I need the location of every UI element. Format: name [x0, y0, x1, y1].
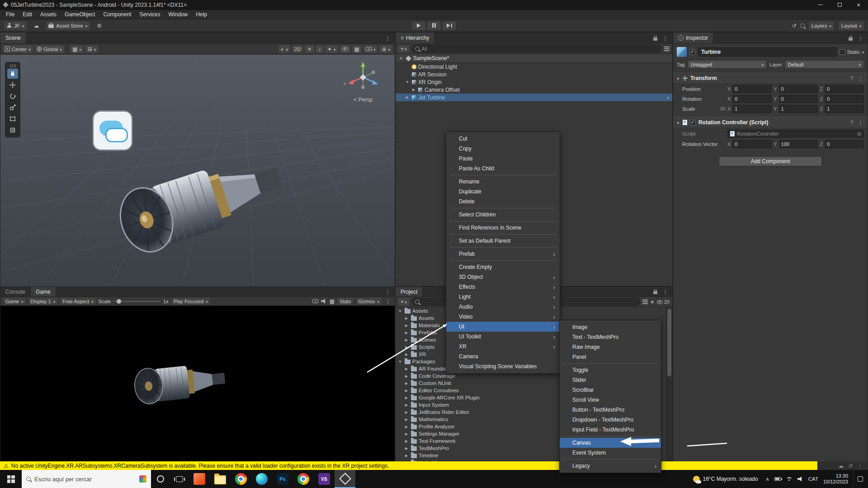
ui-submenu-item-input-field-textmeshpro[interactable]: Input Field - TextMeshPro [560, 425, 661, 435]
task-view-button[interactable] [170, 470, 189, 488]
lock-icon[interactable] [653, 291, 657, 294]
menu-component[interactable]: Component [99, 10, 135, 19]
settings-button[interactable]: ⚙ [94, 21, 105, 31]
context-menu-item-3d-object[interactable]: 3D Object› [446, 272, 560, 282]
play-focused-dropdown[interactable]: Play Focused [171, 298, 210, 305]
vsync-icon[interactable]: ▦ [330, 299, 335, 304]
rotation-vector-y-field[interactable]: 100 [779, 140, 818, 148]
ui-submenu-item-slider[interactable]: Slider [560, 375, 661, 385]
clock[interactable]: 13:30 10/12/2023 [823, 473, 848, 485]
context-menu-item-cut[interactable]: Cut [446, 134, 560, 144]
stats-button[interactable]: Stats [337, 298, 353, 305]
add-component-button[interactable]: Add Component [719, 156, 822, 166]
maximize-button[interactable] [830, 0, 849, 9]
camera-settings-dropdown[interactable] [363, 45, 378, 53]
context-menu-item-video[interactable]: Video› [446, 312, 560, 322]
taskbar-app-chrome-2[interactable] [293, 470, 314, 488]
scale-tool-button[interactable] [7, 103, 18, 113]
ui-submenu-item-dropdown-textmeshpro[interactable]: Dropdown - TextMeshPro [560, 415, 661, 425]
overlay-drag-handle[interactable] [9, 64, 16, 67]
help-icon[interactable] [850, 75, 853, 81]
scale-z-field[interactable]: 1 [825, 105, 864, 113]
game-mode-dropdown[interactable]: Game [3, 298, 26, 305]
panel-menu-icon[interactable]: ⋮ [857, 35, 864, 42]
gizmos-dropdown[interactable]: ⊕ [379, 45, 392, 53]
ui-submenu-item-legacy[interactable]: Legacy› [560, 461, 661, 471]
tab-game[interactable]: Game [31, 287, 56, 296]
rotation-z-field[interactable]: 0 [825, 95, 864, 103]
taskbar-search[interactable]: Escriu aquí per cercar [22, 470, 151, 488]
taskbar-app-visual-studio[interactable] [314, 470, 335, 488]
foldout-arrow-icon[interactable] [676, 75, 680, 81]
transform-header[interactable]: Transform ⋮ [673, 72, 868, 84]
context-menu-item-light[interactable]: Light› [446, 292, 560, 302]
context-menu-item-xr[interactable]: XR› [446, 342, 560, 352]
taskbar-app-office[interactable] [189, 470, 210, 488]
game-viewport[interactable] [0, 306, 395, 463]
gizmos-dropdown[interactable]: Gizmos [356, 298, 382, 305]
view-tool-button[interactable] [7, 69, 18, 79]
panel-menu-icon[interactable]: ⋮ [661, 288, 669, 295]
volume-icon[interactable] [797, 477, 803, 482]
asset-store-dropdown[interactable]: Asset Store [45, 21, 90, 31]
ui-submenu-item-canvas[interactable]: Canvas [560, 438, 661, 448]
grid-visibility-dropdown[interactable]: ▦ [352, 45, 362, 53]
component-menu-icon[interactable]: ⋮ [857, 75, 864, 82]
rotation-x-field[interactable]: 0 [732, 95, 772, 103]
tag-dropdown[interactable]: Untagged [688, 60, 767, 69]
snap-increment-button[interactable]: ⊞ [85, 45, 99, 53]
tab-scene[interactable]: Scene [0, 33, 26, 43]
tool-handle-position-dropdown[interactable]: Center [3, 45, 33, 53]
taskbar-app-edge[interactable] [251, 470, 272, 488]
aspect-ratio-dropdown[interactable]: Free Aspect [60, 298, 95, 305]
favorites-icon[interactable] [650, 299, 655, 305]
context-menu-item-ui[interactable]: UI› [446, 322, 560, 332]
position-z-field[interactable]: 0 [825, 85, 864, 93]
hierarchy-item-directional-light[interactable]: Directional Light [396, 63, 672, 70]
context-menu-item-rename[interactable]: Rename [446, 177, 560, 187]
perspective-label[interactable]: < Persp [341, 97, 385, 103]
name-field[interactable]: Turbine [698, 47, 837, 56]
display-dropdown[interactable]: Display 1 [28, 298, 58, 305]
foldout-arrow-icon[interactable] [676, 119, 680, 126]
context-menu-item-paste[interactable]: Paste [446, 154, 560, 164]
lock-icon[interactable] [653, 38, 657, 41]
hidden-icons-button[interactable]: ∧ [766, 476, 769, 482]
hierarchy-scene-header[interactable]: ▼ SampleScene* [396, 54, 672, 63]
context-menu-item-select-children[interactable]: Select Children [446, 210, 560, 220]
effects-dropdown[interactable]: ✦ [325, 45, 338, 53]
script-field[interactable]: RotationController [727, 130, 864, 138]
menu-window[interactable]: Window [164, 10, 192, 19]
scale-y-field[interactable]: 1 [779, 105, 818, 113]
menu-services[interactable]: Services [135, 10, 164, 19]
action-center-button[interactable] [853, 470, 867, 488]
cloud-button[interactable]: ☁ [30, 21, 42, 31]
lock-icon[interactable] [849, 38, 853, 41]
uniform-scale-link-icon[interactable] [720, 107, 726, 111]
cortana-button[interactable] [151, 470, 170, 488]
hierarchy-search-input[interactable]: All [411, 45, 662, 53]
taskbar-app-chrome[interactable] [231, 470, 251, 488]
draw-mode-dropdown[interactable]: ◐ [278, 45, 290, 53]
ui-submenu-item-event-system[interactable]: Event System [560, 448, 661, 458]
rotation-vector-z-field[interactable]: 0 [825, 140, 864, 148]
minimize-button[interactable] [811, 0, 830, 9]
context-menu-item-paste-as-child[interactable]: Paste As Child [446, 164, 560, 174]
rotation-controller-header[interactable]: Rotation Controller (Script) ⋮ [673, 117, 868, 128]
scale-slider[interactable] [113, 301, 160, 302]
context-menu-item-visual-scripting-scene-variables[interactable]: Visual Scripting Scene Variables [446, 361, 560, 371]
ui-submenu-item-panel[interactable]: Panel [560, 352, 661, 362]
account-dropdown[interactable]: JF [4, 21, 27, 31]
network-icon[interactable] [786, 477, 793, 481]
context-menu-item-set-as-default-parent[interactable]: Set as Default Parent [446, 236, 560, 246]
taskbar-app-photoshop[interactable] [272, 470, 293, 488]
ui-submenu-item-raw-image[interactable]: Raw Image [560, 342, 661, 352]
weather-widget[interactable]: 16°C Mayorm. soleado [690, 476, 761, 483]
create-object-dropdown[interactable] [398, 45, 409, 52]
position-x-field[interactable]: 0 [732, 85, 772, 93]
cloud-status-icon[interactable]: ☁ [838, 463, 844, 469]
mute-audio-icon[interactable] [321, 299, 327, 304]
search-by-type-icon[interactable] [642, 301, 648, 302]
ui-submenu-item-image[interactable]: Image [560, 322, 661, 332]
panel-menu-icon[interactable]: ⋮ [384, 35, 392, 42]
